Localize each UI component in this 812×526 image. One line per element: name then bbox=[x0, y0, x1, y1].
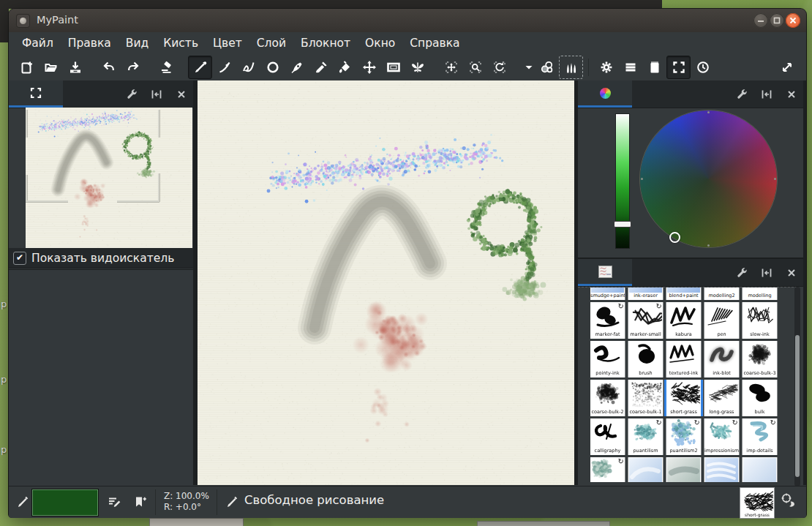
current-brush-thumbnail[interactable]: short-grass bbox=[740, 488, 774, 518]
panel-close-icon[interactable] bbox=[784, 266, 799, 280]
navigator-thumbnail[interactable] bbox=[26, 108, 192, 248]
fullscreen-button[interactable] bbox=[666, 56, 691, 79]
brush-pen[interactable]: pen bbox=[704, 302, 739, 339]
pan-view-button[interactable] bbox=[439, 56, 463, 79]
brush-modelling2[interactable]: modelling2 bbox=[704, 288, 739, 300]
brush-pointy-ink[interactable]: pointy-ink bbox=[590, 341, 625, 377]
menu-layer[interactable]: Слой bbox=[249, 34, 293, 53]
titlebar[interactable]: MyPaint bbox=[9, 9, 806, 33]
preferences-button[interactable] bbox=[594, 56, 618, 79]
menu-color[interactable]: Цвет bbox=[206, 34, 249, 53]
current-color-swatch[interactable] bbox=[32, 489, 98, 516]
brush-row5-0[interactable]: ↻ bbox=[590, 457, 625, 482]
hue-saturation-wheel[interactable] bbox=[640, 110, 777, 247]
brush-blend+paint[interactable]: blend+paint bbox=[666, 288, 701, 300]
menu-window[interactable]: Окно bbox=[358, 34, 402, 53]
history-button[interactable] bbox=[691, 56, 715, 79]
connected-lines-button[interactable] bbox=[236, 56, 260, 79]
show-viewfinder-checkbox[interactable]: ✔ bbox=[13, 252, 26, 265]
brush-kabura[interactable]: kabura bbox=[666, 302, 701, 339]
color-brush-icon[interactable] bbox=[15, 494, 31, 510]
menu-view[interactable]: Вид bbox=[119, 34, 156, 53]
scratchpad-window-button[interactable] bbox=[642, 56, 666, 79]
value-slider[interactable] bbox=[615, 113, 630, 249]
frame-edit-button[interactable] bbox=[381, 56, 405, 79]
brush-row5-3[interactable] bbox=[704, 457, 739, 482]
freehand-button[interactable] bbox=[188, 56, 212, 79]
zoom-view-button[interactable] bbox=[463, 56, 487, 79]
rotate-view-button[interactable] bbox=[487, 56, 511, 79]
brush-calligraphy[interactable]: calligraphy bbox=[590, 418, 625, 455]
brush-row5-2[interactable] bbox=[666, 457, 701, 482]
tab-brush-group[interactable] bbox=[578, 259, 632, 284]
drawing-canvas-area[interactable] bbox=[198, 80, 574, 485]
ellipse-button[interactable] bbox=[260, 56, 285, 79]
brush-imp-details[interactable]: ↻imp-details bbox=[743, 418, 777, 455]
symmetry-button[interactable] bbox=[405, 56, 429, 79]
tab-color-wheel[interactable] bbox=[578, 80, 632, 105]
dropdown-button[interactable] bbox=[521, 56, 535, 79]
panel-close-icon[interactable] bbox=[784, 87, 799, 102]
menu-scratchpad[interactable]: Блокнот bbox=[293, 34, 358, 53]
maximize-button[interactable] bbox=[770, 13, 784, 28]
panel-close-icon[interactable] bbox=[174, 87, 189, 102]
panel-settings-icon[interactable] bbox=[124, 87, 139, 102]
brush-puantilism[interactable]: ↻puantilism bbox=[628, 418, 663, 455]
brush-puantilism2[interactable]: ↻puantilism2 bbox=[666, 418, 701, 455]
color-selector-ring[interactable] bbox=[669, 232, 680, 243]
app-menu-button[interactable] bbox=[16, 14, 30, 28]
tab-preview[interactable] bbox=[9, 80, 63, 105]
inking-button[interactable] bbox=[285, 56, 309, 79]
menu-help[interactable]: Справка bbox=[402, 34, 467, 53]
eraser-button[interactable] bbox=[154, 56, 178, 79]
color-window-button[interactable] bbox=[535, 56, 559, 79]
brush-coarse-bulk-2[interactable]: coarse-bulk-2 bbox=[590, 380, 625, 416]
panel-settings-icon[interactable] bbox=[734, 87, 749, 102]
brush-coarse-bulk-3[interactable]: coarse-bulk-3 bbox=[743, 341, 777, 377]
open-file-button[interactable] bbox=[39, 56, 63, 79]
menu-brush[interactable]: Кисть bbox=[156, 34, 206, 53]
value-slider-handle[interactable] bbox=[614, 221, 631, 228]
panel-settings-icon[interactable] bbox=[734, 266, 749, 280]
new-file-button[interactable] bbox=[15, 56, 39, 79]
navigator-canvas[interactable] bbox=[26, 108, 192, 248]
brush-row5-1[interactable] bbox=[628, 457, 663, 482]
brush-ink-eraser[interactable]: ink-eraser bbox=[628, 288, 663, 300]
brush-marker-fat[interactable]: ↻marker-fat bbox=[590, 302, 625, 339]
flood-fill-button[interactable] bbox=[333, 56, 357, 79]
brush-marker-small[interactable]: ↻marker-small bbox=[628, 302, 663, 339]
close-button[interactable] bbox=[786, 13, 800, 28]
save-file-button[interactable] bbox=[63, 56, 87, 79]
brush-textured-ink[interactable]: textured-ink bbox=[666, 341, 701, 377]
panel-dock-icon[interactable] bbox=[149, 87, 164, 102]
brush-settings-icon[interactable] bbox=[106, 494, 122, 510]
brush-coarse-bulk-1[interactable]: coarse-bulk-1 bbox=[628, 380, 663, 416]
move-layer-button[interactable] bbox=[357, 56, 381, 79]
redo-button[interactable] bbox=[121, 56, 145, 79]
undo-button[interactable] bbox=[97, 56, 121, 79]
layers-window-button[interactable] bbox=[618, 56, 642, 79]
brush-smudge+paint[interactable]: smudge+paint bbox=[590, 288, 625, 300]
scrollbar-thumb[interactable] bbox=[795, 335, 800, 477]
brush-slow-ink[interactable]: slow-ink bbox=[743, 302, 777, 339]
pick-color-button[interactable] bbox=[309, 56, 333, 79]
panel-dock-icon[interactable] bbox=[759, 266, 774, 280]
menu-file[interactable]: Файл bbox=[15, 34, 61, 53]
brush-bulk[interactable]: bulk bbox=[743, 380, 777, 416]
brush-long-grass[interactable]: long-grass bbox=[704, 380, 739, 416]
brush-impressionism[interactable]: ↻impressionism bbox=[704, 418, 739, 455]
drawing-canvas[interactable] bbox=[198, 80, 574, 485]
brush-row5-4[interactable] bbox=[743, 457, 777, 482]
bookmark-add-icon[interactable] bbox=[132, 494, 148, 510]
expand-view-button[interactable] bbox=[775, 56, 799, 79]
minimize-button[interactable] bbox=[753, 13, 768, 28]
brush-window-button[interactable] bbox=[559, 56, 583, 79]
panel-dock-icon[interactable] bbox=[759, 87, 774, 102]
brush-ink-blot[interactable]: ink-blot bbox=[704, 341, 739, 377]
menu-edit[interactable]: Правка bbox=[61, 34, 119, 53]
lines-curves-button[interactable] bbox=[212, 56, 236, 79]
brush-modelling[interactable]: modelling bbox=[743, 288, 777, 300]
brush-grid-scrollbar[interactable] bbox=[794, 287, 800, 486]
scratchpad-color-icon[interactable] bbox=[780, 492, 796, 508]
brush-short-grass[interactable]: short-grass bbox=[666, 380, 701, 416]
